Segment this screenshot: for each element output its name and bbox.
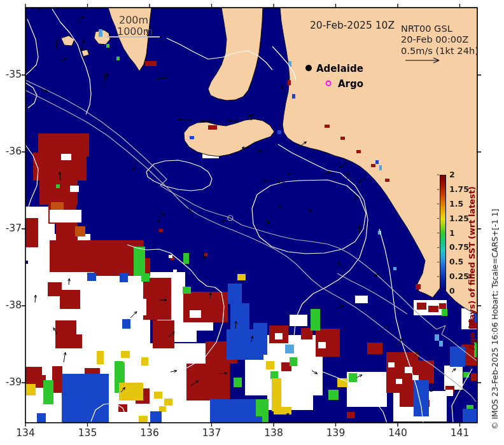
y-tick-label: -37 xyxy=(1,222,22,234)
colorbar-tick-label: 1 xyxy=(449,228,455,238)
colorbar-title: Age (days) of filled SST (wrt latest) xyxy=(467,186,477,350)
x-tick-label: 140 xyxy=(388,427,407,439)
colorbar-tick-label: 0 xyxy=(449,286,455,296)
argo-label: Argo xyxy=(338,78,363,90)
map-canvas xyxy=(0,0,504,445)
colorbar-tick-label: 1.75 xyxy=(449,184,469,194)
colorbar-tick-label: 0.25 xyxy=(449,271,469,281)
credit-text: © IMOS 23-Feb-2025 16:06 Hobart; Tscale=… xyxy=(491,209,500,429)
y-tick-label: -36 xyxy=(1,146,22,157)
x-tick-label: 136 xyxy=(140,427,159,439)
y-tick-label: -38 xyxy=(1,299,22,311)
x-tick-label: 135 xyxy=(78,427,97,439)
colorbar-tick-label: 0.5 xyxy=(449,257,463,266)
x-tick-label: 134 xyxy=(16,427,35,439)
x-tick-label: 137 xyxy=(202,427,221,439)
colorbar-tick-label: 2 xyxy=(449,170,455,179)
y-tick-label: -35 xyxy=(1,69,22,80)
colorbar-tick-label: 1.5 xyxy=(449,199,463,209)
depth-contour-sample-line xyxy=(106,36,160,38)
current-scale-label: 0.5m/s (1kt 24h) xyxy=(401,45,479,56)
model-time: 20-Feb 00:00Z xyxy=(401,34,479,44)
y-tick-label: -39 xyxy=(1,376,22,388)
colorbar xyxy=(440,175,446,291)
map-datetime: 20-Feb-2025 10Z xyxy=(310,20,395,31)
colorbar-tick-label: 1.25 xyxy=(449,214,469,223)
depth-legend-200m: 200m xyxy=(119,14,148,26)
x-tick-label: 139 xyxy=(326,427,346,439)
x-tick-label: 138 xyxy=(264,427,283,439)
figure: 200m 1000m 20-Feb-2025 10Z NRT00 GSL 20-… xyxy=(0,0,504,445)
model-info-block: NRT00 GSL 20-Feb 00:00Z 0.5m/s (1kt 24h) xyxy=(401,23,479,56)
colorbar-tick-label: 0.75 xyxy=(449,242,469,252)
x-tick-label: 141 xyxy=(451,427,470,439)
adelaide-label: Adelaide xyxy=(316,63,363,74)
model-name: NRT00 GSL xyxy=(401,23,479,34)
